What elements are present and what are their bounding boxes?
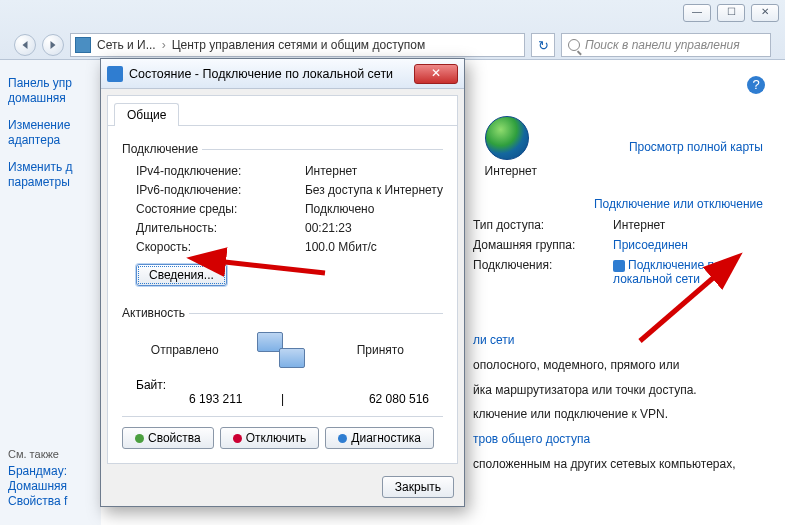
diagnose-icon (338, 434, 347, 443)
maximize-button[interactable]: ☐ (717, 4, 745, 22)
diagnose-button[interactable]: Диагностика (325, 427, 434, 449)
refresh-button[interactable]: ↻ (531, 33, 555, 57)
dialog-title: Состояние - Подключение по локальной сет… (129, 67, 393, 81)
search-input[interactable]: Поиск в панели управления (561, 33, 771, 57)
breadcrumb-item[interactable]: Сеть и И... (95, 38, 158, 52)
properties-icon (135, 434, 144, 443)
minimize-button[interactable]: — (683, 4, 711, 22)
sidebar-homegroup-link[interactable]: Домашняя (8, 479, 93, 494)
homegroup-label: Домашняя группа: (473, 238, 613, 252)
sidebar-firewall-link[interactable]: Брандмау: (8, 464, 93, 479)
duration-value: 00:21:23 (305, 221, 443, 235)
ipv4-label: IPv4-подключение: (136, 164, 305, 178)
lan-icon (613, 260, 625, 272)
breadcrumb-item[interactable]: Центр управления сетями и общим доступом (170, 38, 428, 52)
help-button[interactable]: ? (747, 76, 765, 94)
window-chrome: — ☐ ✕ Сеть и И... › Центр управления сет… (0, 0, 785, 60)
internet-globe-icon (485, 116, 529, 160)
access-type-label: Тип доступа: (473, 218, 613, 232)
full-map-link[interactable]: Просмотр полной карты (629, 140, 763, 154)
connections-label: Подключения: (473, 258, 613, 286)
sidebar-advanced-link[interactable]: Изменить д параметры (8, 160, 93, 190)
network-icon (75, 37, 91, 53)
connect-disconnect-link[interactable]: Подключение или отключение (594, 197, 763, 211)
text-line: йка маршрутизатора или точки доступа. (473, 382, 763, 399)
activity-icon (255, 330, 311, 374)
chevron-right-icon: › (158, 38, 170, 52)
dialog-titlebar[interactable]: Состояние - Подключение по локальной сет… (101, 59, 464, 89)
tab-general[interactable]: Общие (114, 103, 179, 126)
breadcrumb[interactable]: Сеть и И... › Центр управления сетями и … (70, 33, 525, 57)
status-dialog: Состояние - Подключение по локальной сет… (100, 58, 465, 507)
media-state-value: Подключено (305, 202, 443, 216)
access-type-value: Интернет (613, 218, 763, 232)
received-label: Принято (318, 343, 444, 357)
sidebar-home-link[interactable]: Панель упр домашняя (8, 76, 93, 106)
nav-forward-button[interactable] (42, 34, 64, 56)
homegroup-value[interactable]: Присоединен (613, 238, 763, 252)
ipv4-value: Интернет (305, 164, 443, 178)
disable-button[interactable]: Отключить (220, 427, 320, 449)
lan-status-icon (107, 66, 123, 82)
media-state-label: Состояние среды: (136, 202, 305, 216)
text-line: ополосного, модемного, прямого или (473, 357, 763, 374)
text-line: ключение или подключение к VPN. (473, 406, 763, 423)
details-button[interactable]: Сведения... (136, 264, 227, 286)
search-icon (568, 39, 580, 51)
text-line: сположенным на других сетевых компьютера… (473, 456, 763, 473)
ipv6-label: IPv6-подключение: (136, 183, 305, 197)
network-head-link[interactable]: ли сети (473, 333, 515, 347)
activity-group-label: Активность (122, 306, 189, 320)
ipv6-value: Без доступа к Интернету (305, 183, 443, 197)
bytes-received-value: 62 080 516 (323, 392, 430, 406)
window-close-button[interactable]: ✕ (751, 4, 779, 22)
speed-label: Скорость: (136, 240, 305, 254)
sent-label: Отправлено (122, 343, 248, 357)
duration-label: Длительность: (136, 221, 305, 235)
internet-label: Интернет (485, 164, 537, 178)
properties-button[interactable]: Свойства (122, 427, 214, 449)
sidebar-internet-link[interactable]: Свойства f (8, 494, 93, 509)
sidebar: Панель упр домашняя Изменение адаптера И… (0, 60, 101, 525)
sidebar-adapter-link[interactable]: Изменение адаптера (8, 118, 93, 148)
nav-back-button[interactable] (14, 34, 36, 56)
speed-value: 100.0 Мбит/с (305, 240, 443, 254)
disable-icon (233, 434, 242, 443)
close-button[interactable]: Закрыть (382, 476, 454, 498)
connection-group-label: Подключение (122, 142, 202, 156)
see-also-label: См. также (8, 448, 93, 460)
search-placeholder: Поиск в панели управления (585, 38, 740, 52)
bytes-label: Байт: (136, 378, 243, 392)
bytes-sent-value: 6 193 211 (136, 392, 243, 406)
connections-value[interactable]: Подключение по локальной сети (613, 258, 763, 286)
sharing-head-link[interactable]: тров общего доступа (473, 432, 590, 446)
dialog-close-button[interactable]: ✕ (414, 64, 458, 84)
